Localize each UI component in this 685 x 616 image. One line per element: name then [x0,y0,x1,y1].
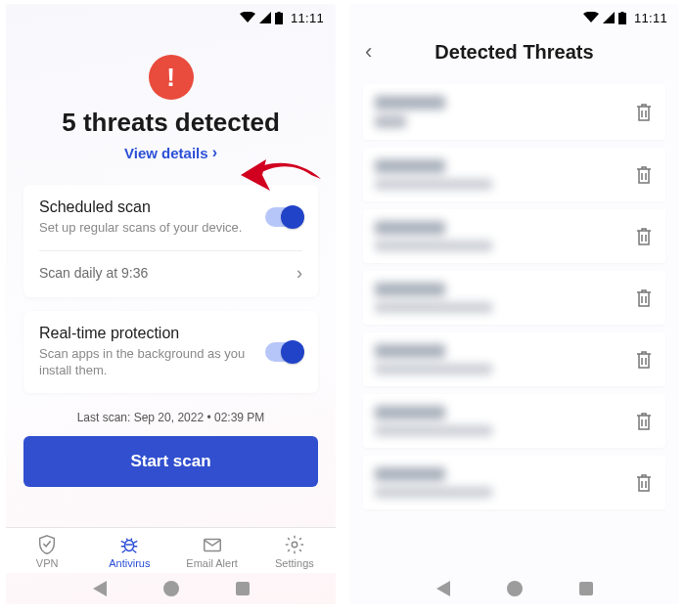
nav-recent-icon[interactable] [236,582,250,595]
screen-detected-threats: 11:11 ‹ Detected Threats [349,4,679,604]
threat-row[interactable] [363,394,665,448]
threat-text-blurred [375,96,634,128]
realtime-card: Real-time protection Scan apps in the ba… [23,311,318,393]
shield-icon [36,534,58,555]
tab-antivirus-label: Antivirus [109,557,150,569]
realtime-toggle[interactable] [265,342,302,362]
tab-email-label: Email Alert [186,557,238,569]
status-time: 11:11 [291,11,324,25]
threat-list[interactable] [349,74,679,573]
trash-icon[interactable] [634,287,654,309]
last-scan-label: Last scan: Sep 20, 2022 • 02:39 PM [23,411,318,424]
view-details-link[interactable]: View details › [23,144,318,161]
threat-row[interactable] [363,209,665,263]
battery-icon [275,12,283,24]
nav-recent-icon[interactable] [579,582,593,595]
bug-icon [118,534,140,555]
trash-icon[interactable] [634,349,654,371]
mail-icon [202,534,223,555]
realtime-subtitle: Scan apps in the background as you insta… [39,346,253,379]
scheduled-toggle[interactable] [265,207,302,227]
view-details-label: View details [124,145,208,161]
alert-icon: ! [149,55,194,100]
nav-home-icon[interactable] [163,581,179,596]
svg-point-4 [292,542,297,548]
trash-icon[interactable] [634,226,654,247]
screen-antivirus: 11:11 ! 5 threats detected View details … [6,4,336,604]
start-scan-button[interactable]: Start scan [23,436,318,487]
scheduled-subtitle: Set up regular scans of your device. [39,220,253,237]
signal-icon [603,12,615,23]
chevron-right-icon: › [212,144,217,161]
threat-row[interactable] [363,456,665,509]
realtime-title: Real-time protection [39,325,253,342]
threat-row[interactable] [363,148,665,201]
scan-time-label: Scan daily at 9:36 [39,265,148,281]
threats-headline: 5 threats detected [23,108,318,138]
threat-text-blurred [375,467,634,498]
threat-text-blurred [375,344,634,374]
back-button[interactable]: ‹ [365,39,392,65]
trash-icon[interactable] [634,411,654,432]
scheduled-scan-card: Scheduled scan Set up regular scans of y… [23,185,318,297]
bottom-tabs: VPN Antivirus Email Alert Settings [6,527,336,573]
status-time: 11:11 [634,11,667,25]
tab-vpn[interactable]: VPN [6,534,88,569]
nav-home-icon[interactable] [507,581,523,596]
battery-icon [618,12,626,24]
tab-settings-label: Settings [275,557,314,569]
system-nav [349,573,679,604]
system-nav [6,573,336,604]
page-title: Detected Threats [392,41,663,64]
tab-vpn-label: VPN [36,557,59,569]
scan-time-row[interactable]: Scan daily at 9:36 › [39,250,302,284]
gear-icon [284,534,305,555]
trash-icon[interactable] [634,102,654,123]
threat-text-blurred [375,406,634,436]
threat-text-blurred [375,159,634,190]
nav-back-icon[interactable] [436,581,450,596]
wifi-icon [240,12,255,23]
tab-settings[interactable]: Settings [253,534,336,569]
svg-rect-0 [275,13,283,24]
trash-icon[interactable] [634,472,654,494]
nav-back-icon[interactable] [93,581,107,596]
status-bar: 11:11 [349,4,679,29]
scheduled-title: Scheduled scan [39,198,253,216]
signal-icon [259,12,271,23]
svg-rect-6 [620,12,623,14]
threat-text-blurred [375,221,634,251]
svg-rect-1 [277,12,280,14]
trash-icon[interactable] [634,164,654,186]
wifi-icon [583,12,599,23]
tab-email[interactable]: Email Alert [171,534,253,569]
threat-row[interactable] [363,332,665,386]
threat-row[interactable] [363,271,665,325]
threat-text-blurred [375,283,634,313]
status-bar: 11:11 [6,4,336,29]
threat-row[interactable] [363,84,665,140]
tab-antivirus[interactable]: Antivirus [88,534,170,569]
svg-point-2 [125,540,134,550]
threats-header: ‹ Detected Threats [349,29,679,74]
chevron-right-icon: › [297,263,302,284]
svg-rect-5 [618,13,626,24]
